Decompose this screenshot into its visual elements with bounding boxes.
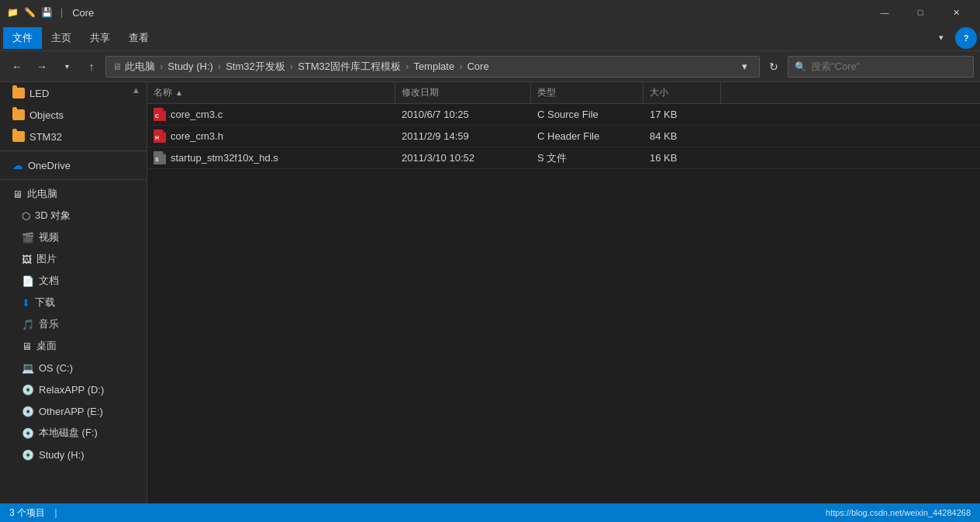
sep3: › [290, 60, 293, 72]
file-cell-size-1: 84 KB [644, 126, 721, 147]
refresh-button[interactable]: ↻ [763, 56, 785, 78]
sidebar-item-c-label: OS (C:) [39, 362, 73, 374]
search-box[interactable]: 🔍 [788, 56, 974, 78]
sidebar-item-desktop-label: 桌面 [36, 339, 57, 353]
sidebar-item-objects[interactable]: Objects [0, 104, 147, 126]
file-icon-c: C [154, 109, 166, 121]
h-file-svg: H [154, 130, 166, 143]
drive-e-icon: 💿 [22, 406, 34, 417]
svg-text:S: S [155, 157, 159, 162]
sidebar-item-desktop[interactable]: 🖥 桌面 [0, 335, 147, 357]
breadcrumb-item-stm32[interactable]: Stm32开发板 [226, 60, 285, 74]
breadcrumb-item-pc[interactable]: 此电脑 [125, 60, 155, 74]
folder-icon-led [12, 88, 25, 99]
search-input[interactable] [811, 60, 967, 72]
menu-file[interactable]: 文件 [3, 27, 42, 49]
sep5: › [459, 60, 462, 72]
sidebar-item-thispc-label: 此电脑 [27, 187, 57, 201]
breadcrumb-item-core[interactable]: Core [467, 60, 488, 72]
address-dropdown-button[interactable]: ▾ [736, 56, 753, 78]
file-cell-date-0: 2010/6/7 10:25 [395, 104, 531, 125]
up-button[interactable]: ↑ [81, 56, 102, 78]
sidebar-item-3d[interactable]: ⬡ 3D 对象 [0, 205, 147, 226]
title-bar: 📁 ✏️ 💾 | Core — □ ✕ [0, 0, 980, 25]
file-row-1[interactable]: H core_cm3.h 2011/2/9 14:59 C Header Fil… [147, 126, 980, 147]
sidebar-item-video-label: 视频 [39, 230, 59, 244]
save-icon: 💾 [40, 6, 53, 19]
pc-icon: 🖥 [12, 188, 22, 200]
col-header-type[interactable]: 类型 [531, 82, 644, 103]
svg-text:C: C [155, 113, 159, 119]
close-button[interactable]: ✕ [938, 0, 974, 25]
c-file-svg: C [154, 108, 166, 122]
file-area: 名称 ▲ 修改日期 类型 大小 [147, 82, 980, 503]
breadcrumb-item-template[interactable]: Template [413, 60, 454, 72]
title-bar-system-icons: 📁 ✏️ 💾 | [6, 6, 63, 19]
forward-button[interactable]: → [31, 56, 53, 78]
3d-icon: ⬡ [22, 210, 30, 222]
file-row-2[interactable]: S startup_stm32f10x_hd.s 2011/3/10 10:52… [147, 147, 980, 169]
sidebar-item-download[interactable]: ⬇ 下载 [0, 292, 147, 313]
sidebar-item-stm32[interactable]: STM32 [0, 126, 147, 147]
menu-view[interactable]: 查看 [119, 27, 158, 49]
main-area: ▲ LED Objects STM32 ☁ OneDrive 🖥 此电脑 ⬡ 3… [0, 82, 980, 503]
drive-h-icon: 💿 [22, 449, 34, 461]
svg-rect-10 [163, 154, 166, 164]
sidebar-item-e-drive[interactable]: 💿 OtherAPP (E:) [0, 400, 147, 422]
sidebar-divider-1 [0, 150, 147, 151]
sidebar-item-download-label: 下载 [35, 296, 55, 309]
sidebar-item-f-drive[interactable]: 💿 本地磁盘 (F:) [0, 422, 147, 444]
col-header-date[interactable]: 修改日期 [395, 82, 531, 103]
search-icon: 🔍 [795, 61, 806, 72]
music-icon: 🎵 [22, 319, 34, 330]
sidebar-collapse-icon[interactable]: ▲ [132, 85, 140, 95]
col-header-name[interactable]: 名称 ▲ [147, 82, 395, 103]
file-cell-name-2: S startup_stm32f10x_hd.s [147, 147, 395, 168]
desktop-icon: 🖥 [22, 341, 32, 352]
address-home-icon: 🖥 [112, 61, 122, 72]
sidebar-item-onedrive[interactable]: ☁ OneDrive [0, 154, 147, 176]
sidebar-item-led[interactable]: LED [0, 82, 147, 104]
svg-rect-6 [163, 133, 166, 143]
sidebar-item-video[interactable]: 🎬 视频 [0, 226, 147, 248]
address-bar[interactable]: 🖥 此电脑 › Study (H:) › Stm32开发板 › STM32固件库… [105, 56, 760, 78]
sidebar-item-f-label: 本地磁盘 (F:) [39, 426, 98, 440]
maximize-button[interactable]: □ [902, 0, 938, 25]
nav-dropdown-button[interactable]: ▾ [56, 56, 78, 78]
sidebar-item-music[interactable]: 🎵 音乐 [0, 313, 147, 335]
sidebar-item-doc[interactable]: 📄 文档 [0, 270, 147, 292]
sidebar-item-h-drive[interactable]: 💿 Study (H:) [0, 444, 147, 465]
help-button[interactable]: ? [955, 27, 977, 49]
svg-marker-9 [163, 151, 166, 154]
edit-icon: ✏️ [23, 6, 36, 19]
sidebar-item-image[interactable]: 🖼 图片 [0, 248, 147, 270]
folder-icon: 📁 [6, 6, 19, 19]
menu-home[interactable]: 主页 [42, 27, 81, 49]
menu-share[interactable]: 共享 [81, 27, 119, 49]
sidebar: ▲ LED Objects STM32 ☁ OneDrive 🖥 此电脑 ⬡ 3… [0, 82, 147, 503]
sidebar-item-doc-label: 文档 [39, 274, 59, 288]
svg-marker-5 [163, 130, 166, 133]
sort-arrow-name: ▲ [175, 88, 183, 97]
file-cell-type-1: C Header File [531, 126, 644, 147]
breadcrumb-item-study[interactable]: Study (H:) [167, 60, 213, 72]
sep1: › [160, 60, 163, 72]
sidebar-item-c-drive[interactable]: 💻 OS (C:) [0, 357, 147, 379]
s-file-svg: S [154, 151, 166, 165]
breadcrumb-item-firmware[interactable]: STM32固件库工程模板 [298, 60, 401, 74]
video-icon: 🎬 [22, 232, 34, 244]
menu-dropdown-button[interactable]: ▾ [930, 27, 952, 49]
sidebar-item-d-drive[interactable]: 💿 RelaxAPP (D:) [0, 379, 147, 400]
sidebar-item-3d-label: 3D 对象 [35, 209, 71, 223]
file-cell-date-1: 2011/2/9 14:59 [395, 126, 531, 147]
col-header-size[interactable]: 大小 [644, 82, 721, 103]
menu-bar: 文件 主页 共享 查看 ▾ ? [0, 25, 980, 51]
sidebar-item-d-label: RelaxAPP (D:) [39, 384, 104, 396]
back-button[interactable]: ← [6, 56, 28, 78]
minimize-button[interactable]: — [867, 0, 902, 25]
svg-text:H: H [155, 135, 159, 140]
sidebar-item-thispc[interactable]: 🖥 此电脑 [0, 183, 147, 205]
drive-f-icon: 💿 [22, 427, 34, 439]
file-row-0[interactable]: C core_cm3.c 2010/6/7 10:25 C Source Fil… [147, 104, 980, 126]
watermark: https://blog.csdn.net/weixin_44284268 [826, 508, 971, 517]
